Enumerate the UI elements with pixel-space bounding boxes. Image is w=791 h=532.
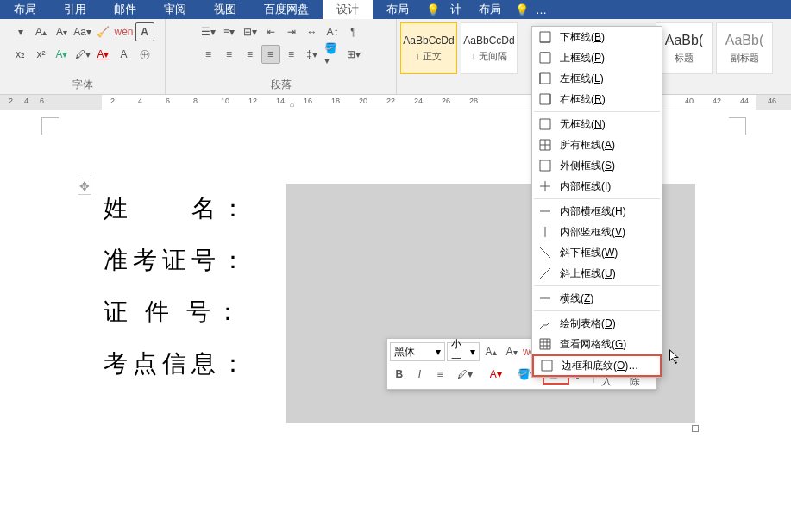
- mini-italic-button[interactable]: I: [411, 364, 430, 385]
- style-sample: AaBbCcDd: [463, 34, 514, 47]
- highlight-button[interactable]: 🖊▾: [73, 45, 92, 64]
- decrease-indent-button[interactable]: ⇤: [261, 22, 280, 41]
- style-sample: AaBb(: [665, 33, 703, 48]
- doc-line[interactable]: 证 件 号：: [104, 300, 250, 324]
- border-item-all[interactable]: 所有框线(A): [532, 135, 662, 155]
- dropdown-separator: [534, 310, 660, 311]
- bullet-list-button[interactable]: ☰▾: [199, 22, 218, 41]
- border-item-bottom[interactable]: 下框线(B): [532, 27, 662, 47]
- menu-layout1[interactable]: 布局: [0, 0, 50, 19]
- align-left-button[interactable]: ≡: [199, 45, 218, 64]
- mini-grow-font[interactable]: A▴: [481, 341, 500, 362]
- doc-line[interactable]: 考点信息：: [104, 352, 250, 376]
- menu-references[interactable]: 引用: [50, 0, 100, 19]
- document-area[interactable]: ✥ 姓 名： 准考证号： 证 件 号： 考点信息：: [0, 110, 791, 530]
- doc-line[interactable]: 姓 名：: [104, 197, 250, 221]
- border-item-none[interactable]: 无框线(N): [532, 114, 662, 135]
- show-marks-button[interactable]: ¶: [344, 22, 363, 41]
- grow-font-button[interactable]: A▴: [32, 22, 51, 41]
- superscript-button[interactable]: x²: [32, 45, 51, 64]
- char-border-button[interactable]: A: [135, 22, 154, 41]
- style-subtitle[interactable]: AaBb( 副标题: [716, 22, 773, 74]
- ruler-tick: 26: [442, 97, 450, 105]
- line-spacing-button[interactable]: ‡▾: [303, 45, 322, 64]
- indent-marker[interactable]: ⌂: [290, 100, 298, 109]
- align-center-button[interactable]: ≡: [220, 45, 239, 64]
- menu-layout2[interactable]: 布局: [373, 0, 423, 19]
- sort-button[interactable]: A↕: [323, 22, 342, 41]
- border-button[interactable]: ⊞▾: [344, 45, 363, 64]
- mini-justify-button[interactable]: ≡: [430, 364, 449, 385]
- border-item-right[interactable]: 右框线(R): [532, 89, 662, 110]
- border-item-inside[interactable]: 内部框线(I): [532, 176, 662, 197]
- tell-me3[interactable]: …: [532, 0, 550, 19]
- menu-view[interactable]: 视图: [200, 0, 250, 19]
- increase-indent-button[interactable]: ⇥: [282, 22, 301, 41]
- ltr-button[interactable]: ↔: [303, 22, 322, 41]
- resize-handle-br[interactable]: [692, 425, 699, 432]
- ruler-tick: 2: [110, 97, 115, 105]
- left-border-icon: [537, 71, 553, 86]
- tell-me2[interactable]: 布局: [468, 0, 512, 19]
- border-item-diagd[interactable]: 斜下框线(W): [532, 242, 662, 263]
- border-item-label: 横线(Z): [560, 291, 593, 306]
- text-effects-button[interactable]: A▾: [53, 45, 72, 64]
- ruler-tick: 4: [24, 97, 28, 105]
- change-case-button[interactable]: Aa▾: [73, 22, 92, 41]
- align-right-button[interactable]: ≡: [241, 45, 260, 64]
- mini-highlight-button[interactable]: 🖊▾: [451, 364, 480, 385]
- border-item-inv[interactable]: 内部竖框线(V): [532, 222, 662, 242]
- ruler-tick: 40: [685, 97, 694, 105]
- shrink-font-button[interactable]: A▾: [53, 22, 72, 41]
- justify-button[interactable]: ≡: [261, 45, 280, 64]
- mini-bold-button[interactable]: B: [390, 364, 409, 385]
- border-item-label: 斜下框线(W): [560, 246, 618, 260]
- border-item-diagu[interactable]: 斜上框线(U): [532, 263, 662, 284]
- border-item-label: 左框线(L): [560, 72, 604, 86]
- inv-border-icon: [537, 224, 553, 240]
- border-item-hline[interactable]: 横线(Z): [532, 288, 662, 309]
- dropdown-separator: [534, 285, 660, 286]
- mini-size-select[interactable]: 小一▾: [447, 342, 480, 361]
- style-normal[interactable]: AaBbCcDd ↓ 正文: [400, 22, 457, 74]
- style-sample: AaBbCcDd: [403, 34, 454, 47]
- anchor-icon[interactable]: ✥: [78, 178, 91, 195]
- shading-button[interactable]: 🪣▾: [323, 45, 342, 64]
- ruler-tick: 24: [414, 97, 423, 105]
- border-item-inh[interactable]: 内部横框线(H): [532, 201, 662, 222]
- menu-mailings[interactable]: 邮件: [100, 0, 150, 19]
- ruler-tick: 2: [9, 97, 13, 105]
- border-item-draw[interactable]: 绘制表格(D): [532, 313, 662, 334]
- shading-border-icon: [539, 358, 555, 373]
- number-list-button[interactable]: ≡▾: [220, 22, 239, 41]
- none-border-icon: [537, 116, 553, 132]
- font-select-dropdown[interactable]: ▾: [11, 22, 30, 41]
- mini-shrink-font[interactable]: A▾: [502, 341, 521, 362]
- ruler-tick: 4: [138, 97, 142, 105]
- border-item-outside[interactable]: 外侧框线(S): [532, 155, 662, 176]
- doc-line[interactable]: 准考证号：: [104, 248, 250, 272]
- mini-font-select[interactable]: 黑体▾: [390, 342, 445, 361]
- style-no-spacing[interactable]: AaBbCcDd ↓ 无间隔: [461, 22, 518, 74]
- menu-review[interactable]: 审阅: [150, 0, 200, 19]
- menu-baidu-netdisk[interactable]: 百度网盘: [250, 0, 323, 19]
- menu-design[interactable]: 设计: [323, 0, 373, 19]
- distribute-button[interactable]: ≡: [282, 45, 301, 64]
- clear-formatting-button[interactable]: 🧹: [94, 22, 113, 41]
- multilevel-list-button[interactable]: ⊟▾: [241, 22, 260, 41]
- border-item-label: 内部框线(I): [560, 179, 611, 194]
- border-item-left[interactable]: 左框线(L): [532, 68, 662, 89]
- horizontal-ruler[interactable]: ⌂ 24624681012141618202224262840424446: [0, 95, 791, 110]
- border-item-shading[interactable]: 边框和底纹(O)…: [532, 354, 662, 377]
- mini-font-color-button[interactable]: A▾: [481, 364, 510, 385]
- tell-me1[interactable]: 计: [443, 0, 468, 19]
- style-title[interactable]: AaBb( 标题: [656, 22, 713, 74]
- border-item-top[interactable]: 上框线(P): [532, 47, 662, 68]
- grid-border-icon: [537, 336, 553, 352]
- font-color-button[interactable]: A▾: [94, 45, 113, 64]
- border-item-grid[interactable]: 查看网格线(G): [532, 334, 662, 354]
- char-shading-button[interactable]: A: [115, 45, 134, 64]
- enclose-char-button[interactable]: ㊥: [135, 45, 154, 64]
- subscript-button[interactable]: x₂: [11, 45, 30, 64]
- phonetic-guide-button[interactable]: wén: [115, 22, 134, 41]
